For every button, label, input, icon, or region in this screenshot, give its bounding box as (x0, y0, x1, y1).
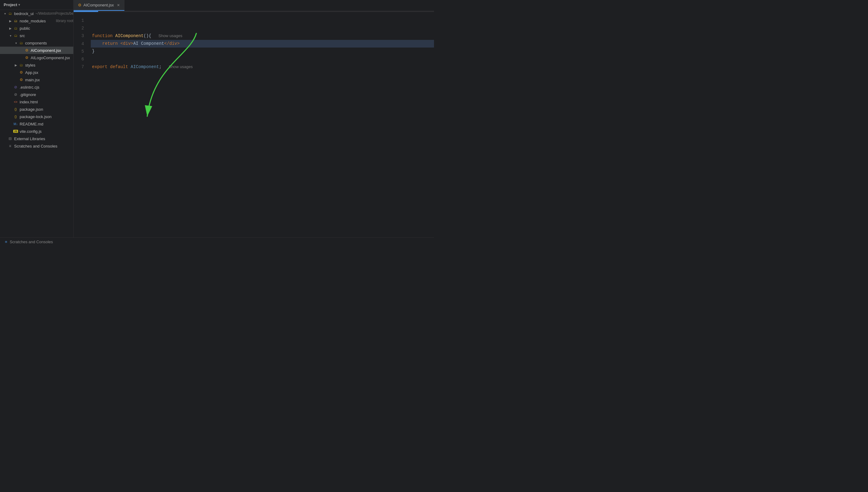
tree-label-scratches: Scratches and Consoles (14, 144, 73, 148)
show-usages-hint: Show usages (156, 32, 182, 39)
tree-item-packagejson[interactable]: {}package.json (0, 105, 73, 113)
tree-label-gitignore: .gitignore (20, 92, 73, 97)
folder-icon: 🗂 (7, 11, 13, 16)
tree-label-public: public (20, 26, 73, 31)
tree-label-extlibs: External Libraries (14, 137, 73, 141)
line-number-3: 3 (74, 32, 84, 40)
line-number-7: 7 (74, 63, 84, 71)
code-line-6 (91, 55, 434, 63)
tree-item-public[interactable]: ▶🗂public (0, 25, 73, 32)
scratches-label: Scratches and Consoles (10, 240, 53, 244)
tree-item-eslintrc[interactable]: ⊘.eslintrc.cjs (0, 83, 73, 91)
sidebar-header[interactable]: Project ▾ (0, 0, 73, 10)
line-number-4: 4 (74, 40, 84, 48)
code-line-3: function AIComponent(){ Show usages (91, 32, 434, 40)
tree-item-styles[interactable]: ▶🗂styles (0, 62, 73, 69)
tree-item-App[interactable]: ⚙App.jsx (0, 69, 73, 76)
scratches-icon: ≡ (5, 240, 7, 244)
tree-label-styles: styles (25, 63, 73, 68)
code-line-2 (91, 25, 434, 32)
line-number-2: 2 (74, 25, 84, 32)
code-line-5: } (91, 48, 434, 55)
folder-icon: 🗂 (13, 33, 18, 38)
editor-content[interactable]: 1 2 3 4 5 6 7 function AIComponent(){ Sh… (74, 12, 434, 238)
tree-item-components[interactable]: ▾🗂components (0, 39, 73, 47)
md-icon: M↓ (13, 121, 18, 127)
tree-item-viteconfig[interactable]: JSvite.config.js (0, 128, 73, 135)
project-sidebar: Project ▾ ▾🗂bedrock_ui~/WebstormProjects… (0, 0, 74, 238)
tree-arrow-node_modules[interactable]: ▶ (8, 19, 13, 23)
tree-arrow-src[interactable]: ▾ (8, 34, 13, 38)
tree-sublabel-node_modules: library root (56, 19, 73, 23)
react-icon: ⚙ (24, 55, 29, 60)
tree-label-AILogoComponent: AILogoComponent.jsx (31, 55, 73, 60)
react-icon: ⚙ (18, 77, 24, 82)
eslint-icon: ⊘ (13, 84, 18, 90)
tree-item-packagelockjson[interactable]: {}package-lock.json (0, 113, 73, 120)
react-icon: ⚙ (24, 48, 29, 53)
folder-icon: 🗂 (18, 40, 24, 46)
tree-label-App: App.jsx (25, 70, 73, 75)
tree-arrow-components[interactable]: ▾ (14, 42, 18, 45)
tree-item-gitignore[interactable]: ⊘.gitignore (0, 91, 73, 98)
sidebar-title: Project (4, 2, 17, 7)
tree-arrow-bedrock_ui[interactable]: ▾ (2, 12, 7, 15)
line-numbers: 1 2 3 4 5 6 7 (74, 12, 88, 238)
tree-arrow-public[interactable]: ▶ (8, 27, 13, 30)
tab-react-icon: ⚙ (78, 3, 81, 7)
tree-label-packagelockjson: package-lock.json (20, 115, 73, 119)
code-line-4: return <div>AI Component</div> (91, 40, 434, 48)
editor-tab-aicomponent[interactable]: ⚙ AIComponent.jsx ✕ (74, 0, 125, 11)
editor-area: ⚙ AIComponent.jsx ✕ 1 2 3 4 5 6 7 (74, 0, 434, 238)
folder-icon: 🗂 (13, 25, 18, 31)
scratches-icon: ≡ (7, 143, 13, 149)
tree-item-src[interactable]: ▾🗂src (0, 32, 73, 39)
tree-item-scratches[interactable]: ≡Scratches and Consoles (0, 142, 73, 150)
tree-label-AIComponent: AIComponent.jsx (31, 48, 73, 53)
code-editor[interactable]: function AIComponent(){ Show usages retu… (88, 12, 434, 238)
gitignore-icon: ⊘ (13, 92, 18, 97)
file-tree: ▾🗂bedrock_ui~/WebstormProjects/bedrock_u… (0, 10, 73, 150)
editor-wrapper: 1 2 3 4 5 6 7 function AIComponent(){ Sh… (74, 12, 434, 238)
tab-bar: ⚙ AIComponent.jsx ✕ (74, 0, 434, 11)
tree-item-AILogoComponent[interactable]: ⚙AILogoComponent.jsx (0, 54, 73, 62)
sidebar-chevron[interactable]: ▾ (18, 3, 20, 6)
ext-lib-icon: ⊟ (7, 136, 13, 141)
tab-label: AIComponent.jsx (83, 3, 114, 7)
tab-close-button[interactable]: ✕ (117, 3, 120, 7)
json-icon: {} (13, 106, 18, 112)
react-icon: ⚙ (18, 70, 24, 75)
tree-label-src: src (20, 33, 73, 38)
tree-label-bedrock_ui: bedrock_ui (14, 11, 34, 16)
tree-item-extlibs[interactable]: ⊟External Libraries (0, 135, 73, 142)
tree-item-readmemd[interactable]: M↓README.md (0, 120, 73, 128)
tree-label-main: main.jsx (25, 78, 73, 82)
code-line-1 (91, 17, 434, 25)
tree-item-indexhtml[interactable]: <>index.html (0, 98, 73, 105)
tree-label-viteconfig: vite.config.js (20, 129, 73, 134)
folder-orange-icon: 🗂 (13, 18, 18, 24)
tree-item-AIComponent[interactable]: ⚙AIComponent.jsx (0, 47, 73, 54)
js-icon: JS (13, 128, 18, 134)
line-number-6: 6 (74, 55, 84, 63)
tree-label-components: components (25, 41, 73, 45)
tree-item-node_modules[interactable]: ▶🗂node_moduleslibrary root (0, 17, 73, 25)
tree-arrow-styles[interactable]: ▶ (14, 64, 18, 67)
show-usages-hint: Show usages (167, 63, 193, 70)
line-number-5: 5 (74, 48, 84, 55)
tree-item-main[interactable]: ⚙main.jsx (0, 76, 73, 83)
json-icon: {} (13, 114, 18, 119)
tree-label-indexhtml: index.html (20, 100, 73, 104)
html-icon: <> (13, 99, 18, 105)
code-line-7: export default AIComponent; Show usages (91, 63, 434, 71)
line-number-1: 1 (74, 17, 84, 25)
tree-label-eslintrc: .eslintrc.cjs (20, 85, 73, 90)
tree-label-node_modules: node_modules (20, 19, 54, 23)
tree-label-packagejson: package.json (20, 107, 73, 112)
tree-item-bedrock_ui[interactable]: ▾🗂bedrock_ui~/WebstormProjects/bedrock_u… (0, 10, 73, 17)
tree-label-readmemd: README.md (20, 122, 73, 126)
scratches-consoles-bar[interactable]: ≡ Scratches and Consoles (0, 238, 434, 246)
tree-sublabel-bedrock_ui: ~/WebstormProjects/bedrock_ui (35, 11, 74, 16)
folder-icon: 🗂 (18, 62, 24, 68)
